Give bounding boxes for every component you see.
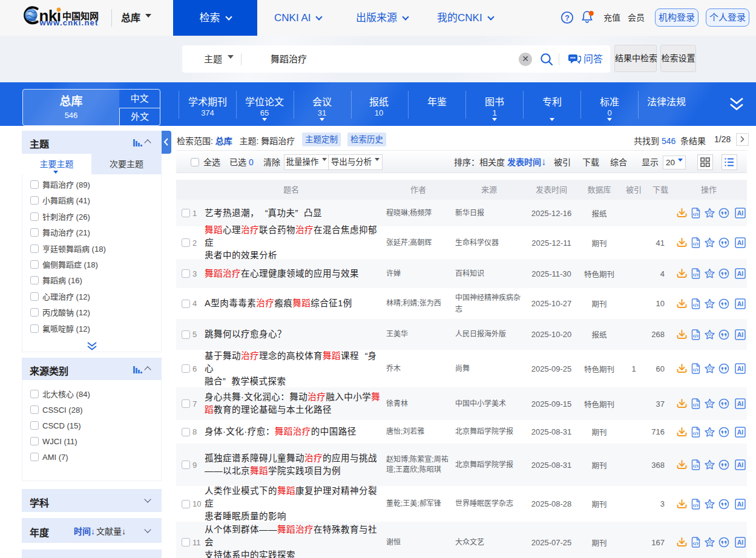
svg-text:AI: AI bbox=[737, 365, 744, 372]
svg-text:AI: AI bbox=[737, 400, 744, 407]
svg-text:AI: AI bbox=[737, 461, 744, 468]
svg-text:?: ? bbox=[565, 14, 570, 22]
svg-text:AI: AI bbox=[737, 239, 744, 246]
svg-text:AI: AI bbox=[737, 300, 744, 307]
svg-text:AI: AI bbox=[737, 428, 744, 436]
svg-text:AI: AI bbox=[737, 539, 744, 546]
svg-text:AI: AI bbox=[737, 331, 744, 338]
svg-text:AI: AI bbox=[737, 209, 744, 217]
svg-text:AI: AI bbox=[737, 501, 744, 508]
svg-text:www.cnki.net: www.cnki.net bbox=[39, 18, 99, 27]
svg-text:AI: AI bbox=[737, 270, 744, 277]
